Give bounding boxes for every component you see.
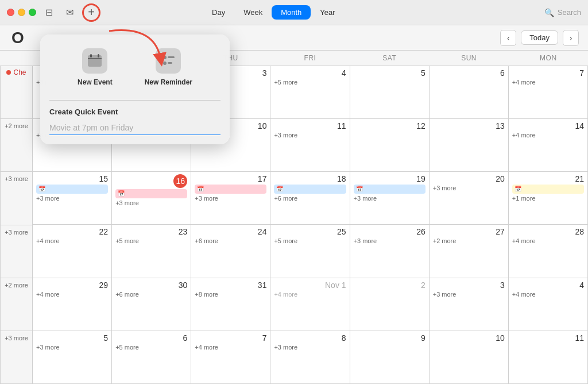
popup-divider bbox=[49, 100, 220, 101]
cal-cell-oct6[interactable]: 6 bbox=[430, 66, 509, 119]
more-link[interactable]: +4 more bbox=[512, 291, 584, 298]
sidebar-column: Che +2 more +3 more +3 more +2 more +3 m… bbox=[1, 66, 33, 384]
cal-cell-row6-6[interactable]: 10 bbox=[430, 331, 509, 384]
year-view-tab[interactable]: Year bbox=[311, 5, 344, 20]
more-link[interactable]: +3 more bbox=[115, 199, 187, 206]
day-number: 25 bbox=[274, 227, 346, 236]
today-button[interactable]: Today bbox=[521, 30, 558, 45]
more-link[interactable]: +6 more bbox=[274, 195, 346, 202]
event-bar[interactable]: 📅 bbox=[195, 185, 266, 194]
cal-cell-row6-4[interactable]: 8 +3 more bbox=[270, 331, 350, 384]
more-link[interactable]: +2 more bbox=[433, 237, 505, 244]
today-circle: 16 bbox=[173, 174, 187, 188]
more-link[interactable]: +3 more bbox=[274, 132, 346, 139]
more-link[interactable]: +4 more bbox=[512, 79, 584, 86]
cal-cell-oct29[interactable]: 29 +4 more bbox=[33, 278, 112, 331]
more-link[interactable]: +3 more bbox=[274, 344, 346, 351]
cal-cell-oct25[interactable]: 25 +5 more bbox=[270, 225, 350, 278]
event-bar[interactable]: 📅 bbox=[354, 185, 425, 194]
day-view-tab[interactable]: Day bbox=[203, 5, 234, 20]
prev-month-button[interactable]: ‹ bbox=[500, 30, 516, 46]
week-view-tab[interactable]: Week bbox=[234, 5, 272, 20]
close-button[interactable] bbox=[7, 9, 14, 16]
more-link[interactable]: +3 more bbox=[36, 195, 108, 202]
new-reminder-button[interactable]: New Reminder bbox=[136, 44, 202, 91]
more-link[interactable]: +4 more bbox=[512, 237, 584, 244]
search-label: Search bbox=[558, 8, 581, 17]
more-link[interactable]: +3 more bbox=[354, 195, 425, 202]
cal-cell-oct13[interactable]: 13 bbox=[430, 119, 509, 172]
view-mode-nav: Day Week Month Year bbox=[203, 5, 345, 20]
event-bar[interactable]: 📅 bbox=[115, 189, 187, 198]
sidebar-toggle-icon[interactable]: ⊟ bbox=[41, 5, 57, 21]
cal-cell-row6-5[interactable]: 9 bbox=[350, 331, 430, 384]
more-link[interactable]: +5 more bbox=[274, 79, 346, 86]
cal-cell-row5-6[interactable]: 3 +3 more bbox=[430, 278, 509, 331]
more-link[interactable]: +5 more bbox=[115, 237, 187, 244]
cal-cell-oct5[interactable]: 5 bbox=[350, 66, 430, 119]
more-link[interactable]: +4 more bbox=[274, 291, 346, 298]
more-link[interactable]: +3 more bbox=[36, 344, 108, 351]
event-bar[interactable]: 📅 bbox=[512, 185, 584, 194]
more-link[interactable]: +8 more bbox=[195, 291, 266, 298]
cal-cell-oct23[interactable]: 23 +5 more bbox=[112, 225, 191, 278]
cal-cell-row6-2[interactable]: 6 +5 more bbox=[112, 331, 191, 384]
more-link[interactable]: +4 more bbox=[36, 291, 108, 298]
more-link[interactable]: +5 more bbox=[274, 237, 346, 244]
more-link[interactable]: +6 more bbox=[115, 291, 187, 298]
cal-cell-oct20[interactable]: 20 +3 more bbox=[430, 172, 509, 225]
cal-cell-oct30[interactable]: 30 +6 more bbox=[112, 278, 191, 331]
add-button[interactable]: + bbox=[82, 3, 100, 22]
cal-cell-row6-3[interactable]: 7 +4 more bbox=[191, 331, 270, 384]
cal-cell-oct11[interactable]: 11 +3 more bbox=[270, 119, 350, 172]
svg-rect-0 bbox=[88, 55, 102, 67]
day-number: 2 bbox=[354, 281, 425, 290]
search-area[interactable]: 🔍 Search bbox=[544, 8, 581, 17]
more-link[interactable]: +4 more bbox=[195, 344, 266, 351]
cal-cell-nov1[interactable]: Nov 1 +4 more bbox=[270, 278, 350, 331]
compose-icon[interactable]: ✉ bbox=[61, 5, 78, 21]
more-link[interactable]: +5 more bbox=[115, 344, 187, 351]
day-number: 28 bbox=[512, 227, 584, 236]
minimize-button[interactable] bbox=[18, 9, 25, 16]
day-number: 12 bbox=[354, 121, 425, 130]
fullscreen-button[interactable] bbox=[29, 9, 36, 16]
cal-cell-nov2[interactable]: 2 bbox=[350, 278, 430, 331]
day-number: 9 bbox=[354, 333, 425, 343]
cal-cell-oct16-today[interactable]: 16 📅 +3 more bbox=[112, 172, 191, 225]
cal-cell-oct26[interactable]: 26 +3 more bbox=[350, 225, 430, 278]
cal-cell-oct27[interactable]: 27 +2 more bbox=[430, 225, 509, 278]
more-link[interactable]: +4 more bbox=[36, 237, 108, 244]
month-view-tab[interactable]: Month bbox=[272, 5, 311, 20]
more-link[interactable]: +6 more bbox=[195, 237, 266, 244]
header-mon: MON bbox=[509, 51, 588, 66]
more-link[interactable]: +1 more bbox=[512, 195, 584, 202]
day-number: 26 bbox=[354, 227, 425, 236]
cal-cell-row6-1[interactable]: 5 +3 more bbox=[33, 331, 112, 384]
cal-cell-oct12[interactable]: 12 bbox=[350, 119, 430, 172]
more-link[interactable]: +3 more bbox=[433, 185, 505, 191]
more-link[interactable]: +4 more bbox=[512, 132, 584, 139]
cal-cell-oct4[interactable]: 4 +5 more bbox=[270, 66, 350, 119]
cal-cell-oct31[interactable]: 31 +8 more bbox=[191, 278, 270, 331]
more-link[interactable]: +3 more bbox=[195, 195, 266, 202]
cal-cell-row5-7[interactable]: 4 +4 more bbox=[509, 278, 588, 331]
cal-cell-oct7[interactable]: 7 +4 more bbox=[509, 66, 588, 119]
next-month-button[interactable]: › bbox=[563, 30, 579, 46]
cal-cell-oct14[interactable]: 14 +4 more bbox=[509, 119, 588, 172]
cal-cell-oct19[interactable]: 19 📅 +3 more bbox=[350, 172, 430, 225]
cal-cell-row6-7[interactable]: 11 bbox=[509, 331, 588, 384]
new-event-button[interactable]: New Event bbox=[68, 44, 122, 91]
cal-cell-oct21[interactable]: 21 📅 +1 more bbox=[509, 172, 588, 225]
cal-cell-oct18[interactable]: 18 📅 +6 more bbox=[270, 172, 350, 225]
cal-cell-oct22[interactable]: 22 +4 more bbox=[33, 225, 112, 278]
cal-cell-oct15[interactable]: 15 📅 +3 more bbox=[33, 172, 112, 225]
quick-event-input[interactable] bbox=[49, 121, 220, 135]
cal-cell-oct28[interactable]: 28 +4 more bbox=[509, 225, 588, 278]
more-link[interactable]: +3 more bbox=[354, 237, 425, 244]
event-bar[interactable]: 📅 bbox=[36, 185, 108, 194]
cal-cell-oct24[interactable]: 24 +6 more bbox=[191, 225, 270, 278]
cal-cell-oct17[interactable]: 17 📅 +3 more bbox=[191, 172, 270, 225]
more-link[interactable]: +3 more bbox=[433, 291, 505, 298]
event-bar[interactable]: 📅 bbox=[274, 185, 346, 194]
